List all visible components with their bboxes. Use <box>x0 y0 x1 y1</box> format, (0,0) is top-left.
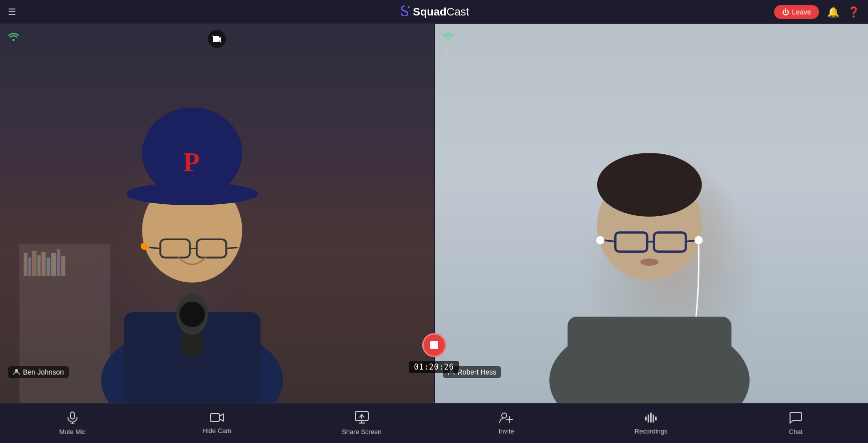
svg-rect-4 <box>32 251 36 276</box>
svg-rect-7 <box>46 258 50 276</box>
person-visual-right <box>435 62 868 403</box>
nav-left: ☰ <box>8 6 16 17</box>
svg-rect-5 <box>37 255 40 276</box>
svg-rect-44 <box>210 414 219 422</box>
wifi-indicator-right <box>443 32 454 43</box>
mic-icon <box>66 411 79 426</box>
help-icon[interactable]: ❓ <box>848 6 860 18</box>
camera-icon <box>210 412 224 425</box>
chat-button[interactable]: Chat <box>724 407 868 440</box>
wifi-indicator-left <box>8 32 19 43</box>
camera-hide-toggle[interactable] <box>208 30 226 48</box>
share-screen-icon <box>355 411 369 426</box>
recordings-button[interactable]: Recordings <box>579 408 724 439</box>
svg-rect-39 <box>567 317 731 403</box>
svg-rect-9 <box>57 249 60 276</box>
squadcast-logo-icon <box>399 5 410 18</box>
chat-icon <box>789 411 802 426</box>
svg-rect-56 <box>655 417 657 421</box>
share-screen-button[interactable]: Share Screen <box>289 407 434 440</box>
top-navigation: ☰ SquadCast ⏻ Leave 🔔 ❓ <box>0 0 868 24</box>
nav-center-brand: SquadCast <box>399 5 469 18</box>
svg-point-49 <box>502 413 507 418</box>
svg-rect-2 <box>24 253 27 276</box>
nav-right: ⏻ Leave 🔔 ❓ <box>774 5 860 19</box>
svg-rect-53 <box>648 415 649 423</box>
svg-point-27 <box>15 369 18 372</box>
svg-point-30 <box>597 153 701 217</box>
invite-button[interactable]: Invite <box>434 408 579 439</box>
svg-point-36 <box>596 236 604 244</box>
svg-rect-54 <box>650 413 652 423</box>
svg-point-21 <box>141 242 148 250</box>
bottom-toolbar: Mute Mic Hide Cam Share Screen <box>0 403 868 443</box>
participant-settings-right[interactable] <box>443 49 451 57</box>
hamburger-menu-icon[interactable]: ☰ <box>8 6 16 17</box>
svg-point-25 <box>179 302 205 327</box>
leave-button[interactable]: ⏻ Leave <box>774 5 819 19</box>
svg-point-37 <box>694 236 702 244</box>
video-panel-left: P <box>0 24 435 403</box>
svg-point-0 <box>407 6 409 8</box>
leave-icon: ⏻ <box>782 8 789 16</box>
svg-rect-41 <box>70 412 74 419</box>
video-area: P <box>0 24 868 403</box>
recordings-icon <box>644 412 658 426</box>
svg-rect-3 <box>28 258 31 276</box>
stop-recording-button[interactable] <box>422 333 446 357</box>
person-visual-left: P <box>0 62 434 403</box>
svg-rect-52 <box>645 417 647 421</box>
video-feed-right: Robert Hess <box>435 24 868 403</box>
invite-icon <box>499 412 513 426</box>
recording-timer: 01:20:26 <box>409 361 459 373</box>
svg-point-38 <box>640 258 658 266</box>
mute-mic-button[interactable]: Mute Mic <box>0 407 145 440</box>
video-panel-right: Robert Hess <box>435 24 868 403</box>
svg-rect-6 <box>41 252 45 276</box>
svg-rect-8 <box>51 253 56 276</box>
center-controls: 01:20:26 <box>409 333 459 403</box>
video-feed-left: P <box>0 24 434 403</box>
participant-name-left: Ben Johnson <box>8 366 69 378</box>
svg-line-19 <box>149 248 160 249</box>
bell-icon[interactable]: 🔔 <box>827 6 840 18</box>
svg-line-20 <box>226 248 238 249</box>
svg-rect-10 <box>61 256 65 276</box>
svg-rect-55 <box>653 415 654 423</box>
brand-name: SquadCast <box>413 5 469 18</box>
hide-cam-button[interactable]: Hide Cam <box>145 408 290 439</box>
svg-text:P: P <box>183 146 199 177</box>
brand-logo: SquadCast <box>399 5 469 18</box>
stop-icon <box>430 341 438 349</box>
